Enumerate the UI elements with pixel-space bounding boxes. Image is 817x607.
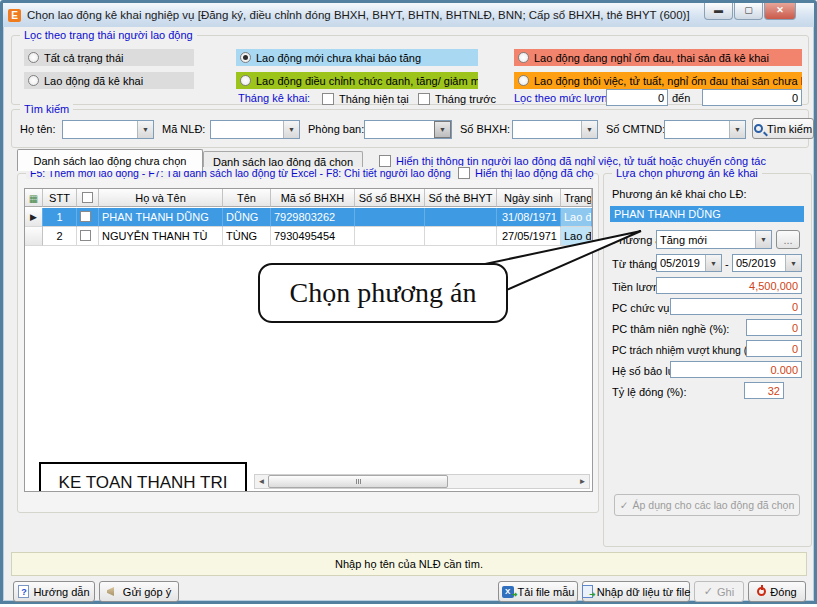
contribution-rate-label: Tỷ lệ đóng (%): bbox=[612, 386, 687, 398]
responsibility-allowance-input[interactable]: 0 bbox=[746, 340, 802, 357]
cell-stt: 1 bbox=[43, 208, 77, 227]
salary-to-input[interactable]: 0 bbox=[702, 89, 802, 106]
cell-bhxh-code: 7930495454 bbox=[271, 227, 355, 246]
horizontal-scrollbar[interactable]: ◄ ► bbox=[254, 474, 590, 489]
minimize-button[interactable]: ▬ bbox=[704, 3, 733, 20]
column-header-stt[interactable]: STT bbox=[43, 189, 77, 207]
salary-from-input[interactable]: 0 bbox=[606, 89, 668, 106]
cell-birthdate: 31/08/1971 bbox=[497, 208, 561, 227]
scroll-right-icon[interactable]: ► bbox=[576, 477, 589, 486]
plan-option-combo[interactable]: Tăng mới ▼ bbox=[656, 230, 772, 249]
row-selector bbox=[25, 227, 43, 246]
chevron-down-icon[interactable]: ▼ bbox=[137, 121, 153, 138]
checkbox-previous-month[interactable]: Tháng trước bbox=[414, 90, 504, 107]
checkbox-show-selected[interactable]: Hiển thị lao động đã chọn bbox=[454, 166, 594, 180]
radio-icon bbox=[518, 75, 529, 86]
id-number-combo[interactable]: ▼ bbox=[664, 120, 746, 139]
month-to-picker[interactable]: 05/2019 ▼ bbox=[732, 254, 802, 272]
checkbox-label: Hiển thị thông tin người lao động đã ngh… bbox=[396, 155, 766, 167]
month-from-picker[interactable]: 05/2019 ▼ bbox=[656, 254, 722, 272]
radio-sick-declared[interactable]: Lao động đang nghỉ ốm đau, thai sản đã k… bbox=[514, 49, 802, 66]
contribution-rate-input[interactable]: 32 bbox=[744, 382, 784, 399]
column-header-checkbox[interactable] bbox=[77, 189, 99, 207]
column-header-name[interactable]: Họ và Tên bbox=[99, 189, 223, 207]
reserve-coefficient-input[interactable]: 0.000 bbox=[670, 361, 802, 378]
column-header-status[interactable]: Trạng thái bbox=[561, 189, 592, 207]
chevron-down-icon[interactable]: ▼ bbox=[755, 231, 771, 248]
checkbox-label: Hiển thị lao động đã chọn bbox=[475, 167, 594, 179]
scroll-left-icon[interactable]: ◄ bbox=[255, 477, 268, 486]
cell-checkbox[interactable] bbox=[77, 227, 99, 246]
chevron-down-icon[interactable]: ▼ bbox=[705, 255, 721, 271]
check-icon: ✓ bbox=[620, 499, 629, 511]
chevron-down-icon[interactable]: ▼ bbox=[729, 121, 745, 138]
column-header-bhxh-code[interactable]: Mã số BHXH bbox=[271, 189, 355, 207]
save-button[interactable]: ✓ Ghi bbox=[694, 581, 744, 602]
plan-panel-title: Lựa chọn phương án kê khai bbox=[612, 167, 762, 179]
search-group: Tìm kiếm Họ tên: ▼ Mã NLĐ: ▼ Phòng ban: … bbox=[11, 109, 809, 148]
radio-label: Lao động đã kê khai bbox=[44, 75, 143, 87]
cell-name: NGUYỄN THANH TÙ bbox=[99, 227, 223, 246]
chevron-down-icon[interactable]: ▼ bbox=[283, 121, 299, 138]
cell-status: Lao động tăng mới bbox=[561, 227, 592, 246]
checkbox-icon bbox=[82, 192, 93, 203]
filter-group: Lọc theo trạng thái người lao động Tất c… bbox=[11, 35, 809, 105]
bhxh-number-combo[interactable]: ▼ bbox=[512, 120, 598, 139]
position-allowance-input[interactable]: 0 bbox=[670, 298, 802, 315]
from-month-label: Từ tháng: bbox=[612, 258, 660, 270]
cell-status: Lao động tăng mới bbox=[561, 208, 592, 227]
close-dialog-button[interactable]: Đóng bbox=[748, 581, 806, 602]
radio-quit-not-declared[interactable]: Lao động thôi việc, tử tuất, nghỉ ốm đau… bbox=[514, 72, 802, 89]
plan-more-options-button[interactable]: ... bbox=[776, 230, 800, 249]
table-corner-export-icon[interactable]: ▦ bbox=[25, 189, 43, 207]
power-icon bbox=[757, 587, 766, 596]
column-header-ten[interactable]: Tên bbox=[223, 189, 271, 207]
chevron-down-icon[interactable]: ▼ bbox=[581, 121, 597, 138]
chevron-down-icon[interactable]: ▼ bbox=[785, 255, 801, 271]
feedback-button[interactable]: Gửi góp ý bbox=[99, 581, 179, 602]
radio-label: Tất cả trạng thái bbox=[44, 52, 124, 64]
radio-icon bbox=[28, 52, 39, 63]
cell-ten: TÙNG bbox=[223, 227, 271, 246]
name-combo[interactable]: ▼ bbox=[62, 120, 154, 139]
cell-checkbox[interactable] bbox=[77, 208, 99, 227]
search-group-title: Tìm kiếm bbox=[20, 103, 73, 115]
chevron-down-icon[interactable]: ▼ bbox=[434, 121, 451, 138]
column-header-bhxh-book[interactable]: Số sổ BHXH bbox=[355, 189, 425, 207]
radio-declared[interactable]: Lao động đã kê khai bbox=[24, 72, 194, 89]
callout-bubble: Chọn phương án bbox=[258, 263, 508, 323]
radio-label: Lao động mới chưa khai báo tăng bbox=[256, 52, 421, 64]
table-row[interactable]: ▶ 1 PHAN THANH DŨNG DŨNG 7929803262 31/0… bbox=[25, 208, 592, 227]
radio-adjust[interactable]: Lao động điều chỉnh chức danh, tăng/ giả… bbox=[236, 72, 478, 89]
cell-bhxh-code: 7929803262 bbox=[271, 208, 355, 227]
cell-birthdate: 27/05/1971 bbox=[497, 227, 561, 246]
seniority-allowance-input[interactable]: 0 bbox=[746, 319, 802, 336]
plan-panel: Lựa chọn phương án kê khai Phương án kê … bbox=[603, 173, 812, 547]
scrollbar-thumb[interactable] bbox=[268, 475, 448, 488]
checkbox-current-month[interactable]: Tháng hiện tại bbox=[318, 90, 410, 107]
salary-input[interactable]: 4,500,000 bbox=[656, 277, 802, 294]
checkbox-icon bbox=[418, 93, 430, 105]
checkbox-icon bbox=[379, 155, 391, 167]
import-from-file-button[interactable]: Nhập dữ liệu từ file bbox=[582, 581, 690, 602]
status-text: Nhập họ tên của NLĐ cần tìm. bbox=[335, 558, 483, 570]
table-row[interactable]: 2 NGUYỄN THANH TÙ TÙNG 7930495454 27/05/… bbox=[25, 227, 592, 246]
tab-unselected-employees[interactable]: Danh sách lao động chưa chọn bbox=[17, 149, 203, 171]
help-button[interactable]: ? Hướng dẫn bbox=[13, 581, 95, 602]
apply-to-selected-button[interactable]: ✓ Áp dụng cho các lao động đã chọn bbox=[614, 494, 800, 516]
column-header-bhyt-card[interactable]: Số thẻ BHYT bbox=[425, 189, 497, 207]
radio-icon bbox=[518, 52, 529, 63]
column-header-birthdate[interactable]: Ngày sinh bbox=[497, 189, 561, 207]
search-button[interactable]: Tìm kiếm bbox=[752, 118, 814, 139]
plan-for-label: Phương án kê khai cho LĐ: bbox=[612, 188, 746, 200]
employee-code-combo[interactable]: ▼ bbox=[210, 120, 300, 139]
radio-all-status[interactable]: Tất cả trạng thái bbox=[24, 49, 194, 66]
radio-new-not-declared[interactable]: Lao động mới chưa khai báo tăng bbox=[236, 49, 478, 66]
download-template-button[interactable]: X Tải file mẫu bbox=[498, 581, 578, 602]
close-button[interactable]: ✕ bbox=[764, 3, 796, 20]
radio-icon bbox=[28, 75, 39, 86]
maximize-button[interactable]: ▢ bbox=[734, 3, 763, 20]
department-combo[interactable]: ▼ bbox=[364, 120, 452, 139]
checkbox-icon bbox=[80, 211, 91, 222]
help-doc-icon: ? bbox=[18, 585, 29, 598]
